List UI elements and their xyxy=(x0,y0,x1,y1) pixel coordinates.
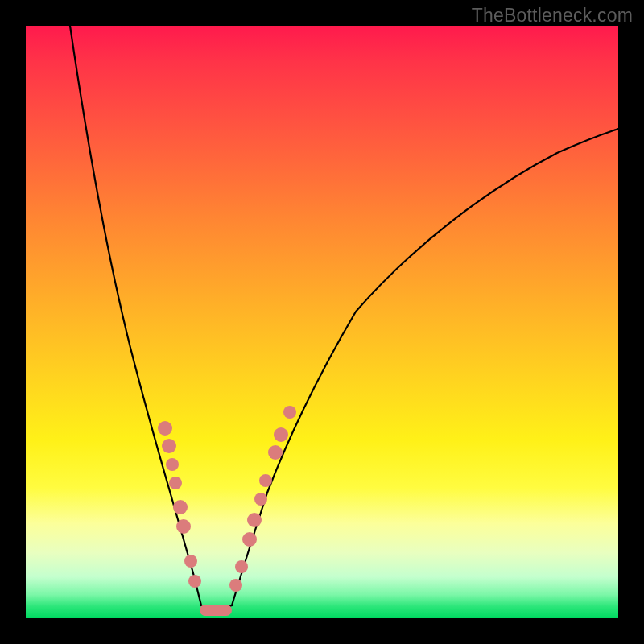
curve-left-branch xyxy=(70,26,201,605)
curve-right-branch xyxy=(232,129,618,605)
marker-dot xyxy=(235,560,248,573)
curve-valley-floor xyxy=(201,605,232,609)
watermark-text: TheBottleneck.com xyxy=(472,5,633,27)
marker-dot xyxy=(274,427,288,442)
marker-dot xyxy=(176,519,191,534)
marker-dot xyxy=(173,500,188,514)
marker-dot xyxy=(259,474,272,487)
marker-dot xyxy=(254,493,267,506)
marker-dot xyxy=(188,575,201,588)
chart-frame xyxy=(26,26,618,618)
marker-dot xyxy=(158,421,172,436)
bottleneck-curve xyxy=(26,26,618,618)
marker-dot xyxy=(242,532,257,547)
marker-dot xyxy=(166,458,179,471)
marker-group xyxy=(158,406,296,592)
marker-dot xyxy=(162,439,176,453)
marker-dot xyxy=(184,555,197,568)
marker-dot xyxy=(283,406,296,419)
marker-dot xyxy=(169,477,182,489)
marker-dot xyxy=(268,445,283,460)
valley-base-marker xyxy=(200,605,232,616)
marker-dot xyxy=(229,579,242,592)
marker-dot xyxy=(247,513,262,527)
